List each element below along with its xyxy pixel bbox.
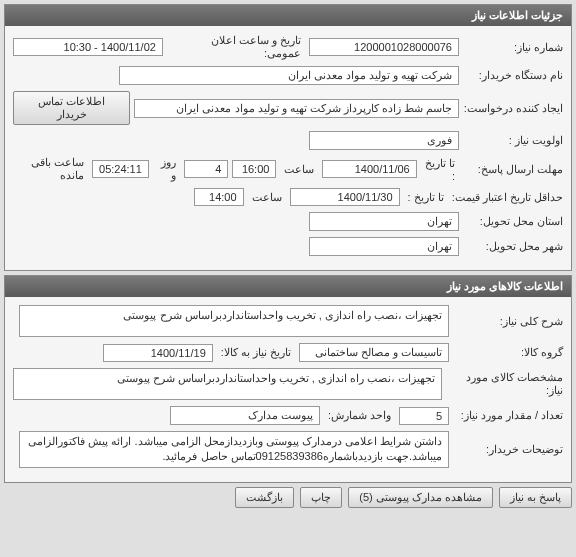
validity-date-value: 1400/11/30 [290,188,400,206]
row-niaz-number: شماره نیاز: 1200001028000076 تاریخ و ساع… [13,34,563,60]
delivery-province-label: استان محل تحویل: [463,215,563,228]
deadline-date-value: 1400/11/06 [322,160,416,178]
row-goods-group: گروه کالا: تاسیسات و مصالح ساختمانی تاری… [13,343,563,362]
row-buyer-org: نام دستگاه خریدار: شرکت تهیه و تولید موا… [13,66,563,85]
need-date-label: تاریخ نیاز به کالا: [217,346,295,359]
goods-group-value: تاسیسات و مصالح ساختمانی [299,343,449,362]
announce-date-value: 1400/11/02 - 10:30 [13,38,163,56]
row-goods-spec: مشخصات کالای مورد نیاز: تجهیزات ،نصب راه… [13,368,563,400]
to-date-label: تا تاریخ : [421,157,459,182]
goods-group-label: گروه کالا: [453,346,563,359]
remain-suffix-label: ساعت باقی مانده [13,156,88,182]
niaz-number-label: شماره نیاز: [463,41,563,54]
to-date-label-2: تا تاریخ : [404,191,448,204]
row-qty: تعداد / مقدار مورد نیاز: 5 واحد شمارش: پ… [13,406,563,425]
buyer-notes-label: توضیحات خریدار: [453,443,563,456]
delivery-city-label: شهر محل تحویل: [463,240,563,253]
validity-time-value: 14:00 [194,188,244,206]
requester-label: ایجاد کننده درخواست: [463,102,563,115]
time-label-1: ساعت [280,163,318,176]
need-details-body: شماره نیاز: 1200001028000076 تاریخ و ساع… [5,26,571,270]
row-requester: ایجاد کننده درخواست: جاسم شط زاده کارپرد… [13,91,563,125]
chat-button[interactable]: چاپ [300,487,342,508]
row-deadline: مهلت ارسال پاسخ: تا تاریخ : 1400/11/06 س… [13,156,563,182]
buyer-org-label: نام دستگاه خریدار: [463,69,563,82]
deadline-time-value: 16:00 [232,160,276,178]
delivery-city-value: تهران [309,237,459,256]
need-details-panel: جزئیات اطلاعات نیاز شماره نیاز: 12000010… [4,4,572,271]
need-details-header: جزئیات اطلاعات نیاز [5,5,571,26]
requester-value: جاسم شط زاده کارپرداز شرکت تهیه و تولید … [134,99,459,118]
priority-value: فوری [309,131,459,150]
row-buyer-notes: توضیحات خریدار: داشتن شرایط اعلامی درمدا… [13,431,563,468]
row-province: استان محل تحویل: تهران [13,212,563,231]
niaz-number-value: 1200001028000076 [309,38,459,56]
unit-value: پیوست مدارک [170,406,320,425]
back-button[interactable]: بازگشت [235,487,294,508]
goods-spec-value: تجهیزات ،نصب راه اندازی , تخریب واحداستا… [13,368,442,400]
delivery-province-value: تهران [309,212,459,231]
buyer-notes-value: داشتن شرایط اعلامی درمدارک پیوستی وبازدی… [19,431,449,468]
unit-label: واحد شمارش: [324,409,395,422]
reply-button[interactable]: پاسخ به نیاز [499,487,572,508]
goods-info-body: شرح کلی نیاز: تجهیزات ،نصب راه اندازی , … [5,297,571,482]
response-deadline-label: مهلت ارسال پاسخ: [463,163,563,176]
buyer-org-value: شرکت تهیه و تولید مواد معدنی ایران [119,66,459,85]
goods-info-header: اطلاعات کالاهای مورد نیاز [5,276,571,297]
validity-label: حداقل تاریخ اعتبار قیمت: [452,191,563,204]
row-priority: اولویت نیاز : فوری [13,131,563,150]
row-city: شهر محل تحویل: تهران [13,237,563,256]
time-label-2: ساعت [248,191,286,204]
contact-buyer-button[interactable]: اطلاعات تماس خریدار [13,91,130,125]
days-and-label: روز و [153,156,180,182]
priority-label: اولویت نیاز : [463,134,563,147]
view-docs-button[interactable]: مشاهده مدارک پیوستی (5) [348,487,493,508]
announce-date-label: تاریخ و ساعت اعلان عمومی: [167,34,305,60]
row-general-desc: شرح کلی نیاز: تجهیزات ،نصب راه اندازی , … [13,305,563,337]
remain-time-value: 05:24:11 [92,160,149,178]
goods-spec-label: مشخصات کالای مورد نیاز: [446,371,563,397]
qty-label: تعداد / مقدار مورد نیاز: [453,409,563,422]
need-date-value: 1400/11/19 [103,344,213,362]
row-validity: حداقل تاریخ اعتبار قیمت: تا تاریخ : 1400… [13,188,563,206]
remain-days-value: 4 [184,160,228,178]
general-desc-value: تجهیزات ،نصب راه اندازی , تخریب واحداستا… [19,305,449,337]
goods-info-panel: اطلاعات کالاهای مورد نیاز شرح کلی نیاز: … [4,275,572,483]
qty-value: 5 [399,407,449,425]
general-desc-label: شرح کلی نیاز: [453,315,563,328]
action-buttons-row: پاسخ به نیاز مشاهده مدارک پیوستی (5) چاپ… [0,487,576,508]
